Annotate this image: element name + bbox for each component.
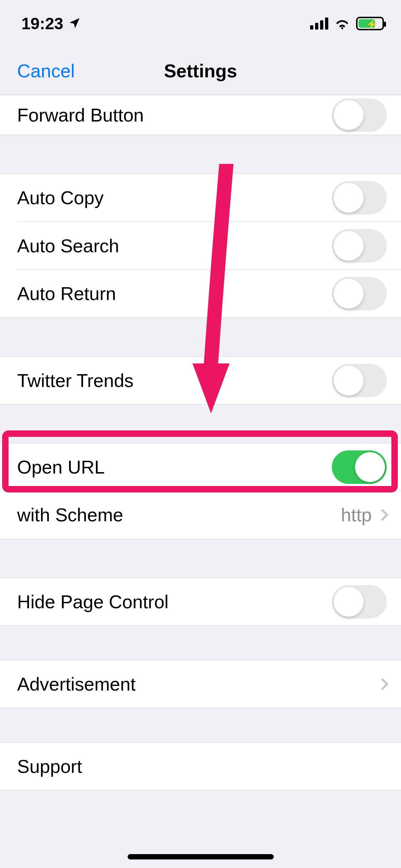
settings-list[interactable]: Forward Button Auto Copy Auto Search Aut…: [0, 95, 401, 790]
switch-auto-search[interactable]: [332, 229, 387, 263]
row-label: Forward Button: [17, 104, 332, 126]
cancel-button[interactable]: Cancel: [17, 60, 75, 82]
row-advertisement[interactable]: Advertisement: [0, 660, 401, 708]
row-label: Auto Return: [17, 283, 332, 304]
row-label: Hide Page Control: [17, 591, 332, 613]
row-label: Auto Search: [17, 235, 332, 257]
switch-auto-copy[interactable]: [332, 181, 387, 215]
row-label: Twitter Trends: [17, 370, 332, 391]
row-label: Support: [17, 756, 387, 777]
switch-forward-button[interactable]: [332, 98, 387, 132]
row-label: Open URL: [17, 456, 332, 478]
battery-charging-icon: ⚡: [356, 17, 384, 30]
row-label: Advertisement: [17, 673, 378, 695]
cellular-icon: [310, 17, 328, 30]
switch-auto-return[interactable]: [332, 277, 387, 310]
chevron-right-icon: [376, 509, 389, 521]
switch-hide-page-control[interactable]: [332, 585, 387, 619]
page-title: Settings: [164, 60, 237, 82]
switch-open-url[interactable]: [332, 450, 387, 484]
row-label: Auto Copy: [17, 187, 332, 208]
row-support[interactable]: Support: [0, 742, 401, 790]
row-label: with Scheme: [17, 504, 341, 526]
row-with-scheme[interactable]: with Scheme http: [0, 491, 401, 539]
nav-bar: Cancel Settings: [0, 47, 401, 95]
chevron-right-icon: [376, 678, 389, 690]
row-auto-copy[interactable]: Auto Copy: [0, 174, 401, 222]
home-indicator: [128, 854, 274, 859]
row-open-url[interactable]: Open URL: [0, 443, 401, 491]
location-icon: [68, 14, 81, 33]
row-hide-page-control[interactable]: Hide Page Control: [0, 578, 401, 626]
status-time: 19:23: [21, 14, 63, 33]
wifi-icon: [334, 14, 350, 33]
switch-twitter-trends[interactable]: [332, 364, 387, 397]
row-twitter-trends[interactable]: Twitter Trends: [0, 356, 401, 404]
status-bar: 19:23 ⚡: [0, 0, 401, 47]
row-auto-return[interactable]: Auto Return: [0, 270, 401, 318]
row-forward-button[interactable]: Forward Button: [0, 95, 401, 135]
row-auto-search[interactable]: Auto Search: [0, 222, 401, 270]
row-value: http: [341, 504, 372, 526]
